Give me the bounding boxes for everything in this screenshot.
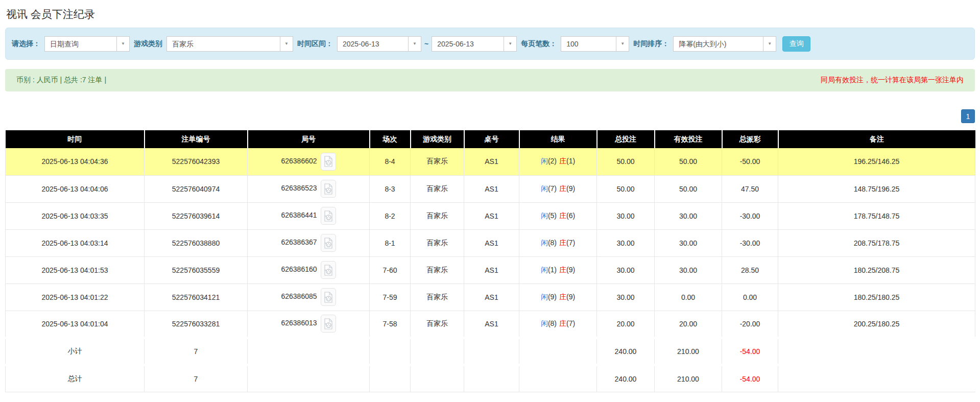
date-to-select[interactable]: 2025-06-13 ▼ xyxy=(432,36,517,52)
query-type-value: 日期查询 xyxy=(44,36,116,52)
total-count: 7 xyxy=(145,365,248,392)
subtotal-valid-bet: 210.00 xyxy=(655,338,722,365)
cell-total-bet: 30.00 xyxy=(597,229,655,256)
cell-result: 闲(8)庄(7) xyxy=(519,229,597,256)
select-type-label: 请选择： xyxy=(12,39,40,49)
page-1-button[interactable]: 1 xyxy=(961,109,975,123)
cell-table-number: AS1 xyxy=(464,202,519,229)
chevron-down-icon[interactable]: ▼ xyxy=(616,36,629,52)
cell-time: 2025-06-13 04:04:36 xyxy=(6,148,145,175)
player-result-label: 闲 xyxy=(541,239,548,247)
cell-empty xyxy=(248,365,370,392)
player-result-label: 闲 xyxy=(541,319,548,327)
cell-round-number: 626386085 xyxy=(248,283,370,311)
table-row[interactable]: 2025-06-13 04:01:22 522576034121 6263860… xyxy=(6,283,975,311)
cell-table-number: AS1 xyxy=(464,256,519,283)
video-replay-icon[interactable] xyxy=(321,234,336,252)
page-title: 视讯 会员下注纪录 xyxy=(6,7,975,21)
cell-session: 8-2 xyxy=(370,202,411,229)
cell-note: 148.75/196.25 xyxy=(778,175,975,202)
table-row[interactable]: 2025-06-13 04:03:14 522576038880 6263863… xyxy=(6,229,975,256)
chevron-down-icon[interactable]: ▼ xyxy=(408,36,421,52)
cell-valid-bet: 30.00 xyxy=(655,202,722,229)
cell-empty xyxy=(464,338,519,365)
total-valid-bet: 210.00 xyxy=(655,365,722,392)
table-footer: 小计 7 240.00 210.00 -54.00 总计 7 xyxy=(6,338,975,392)
date-from-select[interactable]: 2025-06-13 ▼ xyxy=(337,36,421,52)
subtotal-payout: -54.00 xyxy=(722,338,778,365)
cell-time: 2025-06-13 04:01:53 xyxy=(6,256,145,283)
cell-table-number: AS1 xyxy=(464,283,519,311)
banker-result-label: 庄 xyxy=(559,239,566,247)
video-replay-icon[interactable] xyxy=(321,288,336,306)
column-header-5: 游戏类别 xyxy=(411,130,464,148)
cell-game-type: 百家乐 xyxy=(411,229,464,256)
table-row[interactable]: 2025-06-13 04:01:53 522576035559 6263861… xyxy=(6,256,975,283)
chevron-down-icon[interactable]: ▼ xyxy=(763,36,776,52)
banker-result-score: (6) xyxy=(566,211,575,220)
player-result-score: (1) xyxy=(548,266,557,274)
time-sort-select[interactable]: 降幂(由大到小) ▼ xyxy=(673,36,776,52)
cell-empty xyxy=(370,338,411,365)
cell-valid-bet: 30.00 xyxy=(655,256,722,283)
video-replay-icon[interactable] xyxy=(321,261,336,279)
cell-round-number: 626386441 xyxy=(248,202,370,229)
subtotal-total-bet: 240.00 xyxy=(597,338,655,365)
cell-total-bet: 30.00 xyxy=(597,256,655,283)
column-header-4: 场次 xyxy=(370,130,411,148)
cell-empty xyxy=(778,365,975,392)
cell-round-number: 626386602 xyxy=(248,148,370,175)
player-result-label: 闲 xyxy=(541,184,548,193)
cell-game-type: 百家乐 xyxy=(411,311,464,338)
cell-result: 闲(2)庄(1) xyxy=(519,148,597,175)
cell-total-payout: 47.50 xyxy=(722,175,778,202)
table-row[interactable]: 2025-06-13 04:04:06 522576040974 6263865… xyxy=(6,175,975,202)
video-replay-icon[interactable] xyxy=(321,315,336,333)
cell-valid-bet: 50.00 xyxy=(655,175,722,202)
player-result-score: (2) xyxy=(548,157,557,165)
cell-empty xyxy=(519,338,597,365)
chevron-down-icon[interactable]: ▼ xyxy=(504,36,517,52)
cell-time: 2025-06-13 04:01:22 xyxy=(6,283,145,311)
currency-total-summary: 币别 : 人民币 | 总共 :7 注单 | xyxy=(16,76,106,85)
cell-table-number: AS1 xyxy=(464,148,519,175)
date-range-label: 时间区间： xyxy=(297,39,333,49)
round-number: 626386523 xyxy=(281,184,317,192)
total-total-bet: 240.00 xyxy=(597,365,655,392)
video-replay-icon[interactable] xyxy=(321,207,336,225)
cell-total-payout: -20.00 xyxy=(722,311,778,338)
chevron-down-icon[interactable]: ▼ xyxy=(280,36,293,52)
cell-empty xyxy=(411,365,464,392)
cell-empty xyxy=(370,365,411,392)
player-result-score: (8) xyxy=(548,319,557,327)
cell-session: 8-3 xyxy=(370,175,411,202)
chevron-down-icon[interactable]: ▼ xyxy=(116,36,130,52)
table-row[interactable]: 2025-06-13 04:01:04 522576033281 6263860… xyxy=(6,311,975,338)
cell-round-number: 626386523 xyxy=(248,175,370,202)
pagination-top: 1 xyxy=(5,109,975,123)
cell-table-number: AS1 xyxy=(464,175,519,202)
cell-table-number: AS1 xyxy=(464,229,519,256)
banker-result-label: 庄 xyxy=(559,157,566,165)
video-replay-icon[interactable] xyxy=(321,180,336,198)
banker-result-score: (9) xyxy=(566,184,575,193)
cell-total-payout: -30.00 xyxy=(722,202,778,229)
table-row[interactable]: 2025-06-13 04:04:36 522576042393 6263866… xyxy=(6,148,975,175)
video-replay-icon[interactable] xyxy=(321,153,336,171)
date-to-value: 2025-06-13 xyxy=(432,36,504,52)
player-result-label: 闲 xyxy=(541,157,548,165)
search-button[interactable]: 查询 xyxy=(782,36,810,52)
cell-time: 2025-06-13 04:01:04 xyxy=(6,311,145,338)
query-type-select[interactable]: 日期查询 ▼ xyxy=(44,36,130,52)
page-size-select[interactable]: 100 ▼ xyxy=(561,36,629,52)
cell-note: 208.75/178.75 xyxy=(778,229,975,256)
time-sort-label: 时间排序： xyxy=(633,39,669,49)
game-type-select[interactable]: 百家乐 ▼ xyxy=(166,36,293,52)
table-row[interactable]: 2025-06-13 04:03:35 522576039614 6263864… xyxy=(6,202,975,229)
cell-note: 196.25/146.25 xyxy=(778,148,975,175)
banker-result-score: (7) xyxy=(566,319,575,327)
cell-time: 2025-06-13 04:03:35 xyxy=(6,202,145,229)
round-number: 626386160 xyxy=(281,265,317,273)
cell-time: 2025-06-13 04:03:14 xyxy=(6,229,145,256)
banker-result-score: (9) xyxy=(566,266,575,274)
